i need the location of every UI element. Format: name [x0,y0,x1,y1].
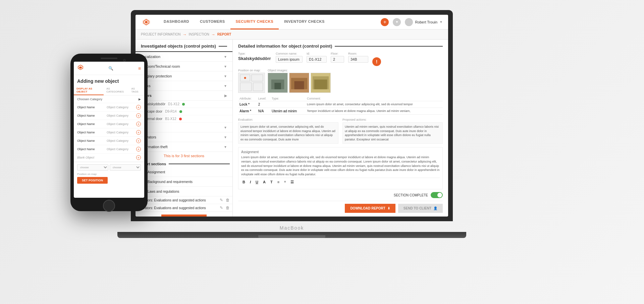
section-complete-toggle[interactable] [431,192,443,198]
phone-add-btn-1[interactable]: + [136,105,141,110]
phone-select-2[interactable]: choose [110,164,141,171]
breadcrumb-step-2[interactable]: INSPECTION [189,33,209,36]
toolbar-underline[interactable]: U [254,179,260,185]
room-input[interactable]: 34B [348,56,368,63]
svg-rect-14 [294,81,304,89]
common-name-input[interactable]: Lorem ipsum [276,56,303,63]
user-info: Robert Trouin ▼ [405,18,443,26]
attr1-name: Lock * [238,101,257,108]
phone-add-btn-5[interactable]: + [136,138,141,143]
phone-tabs: DISPLAY AS OBJECT AS CATEGORIES AS TAGS [74,86,144,96]
add-section-button[interactable]: ADD SECTION [161,215,207,217]
toolbar-italic[interactable]: I [249,179,252,185]
door2-code: D9-R14 [165,110,176,113]
phone-home-button[interactable] [103,200,115,212]
phone-add-btn-4[interactable]: + [136,130,141,135]
user-name: Robert Trouin [415,20,437,24]
download-report-button[interactable]: DOWNLOAD REPORT ⬇ [345,204,395,213]
phone-list-item-5[interactable]: Object Name Object Category + [74,137,144,145]
floor-label: Floor: [331,52,344,55]
door-item-1[interactable]: Skalskyddsdör D1-X12 [138,101,232,108]
report-row-5[interactable]: Elevators: Evaluations and suggested act… [136,204,232,212]
phone-list-item-2[interactable]: Object Name Object Category + [74,112,144,120]
report-row-1[interactable]: ✓ Assignment [136,167,232,177]
attr-header-comment: Comment: [306,96,443,101]
phone-add-btn-2[interactable]: + [136,113,141,118]
dropdown-locks[interactable]: Locks ▼ [136,81,232,91]
user-avatar [405,18,413,26]
user-chevron-icon[interactable]: ▼ [439,20,443,24]
breadcrumb-step-1[interactable]: PROJECT INFORMATION [141,33,181,36]
delete-icon-4[interactable]: 🗑 [226,198,230,202]
door-item-2[interactable]: Escape door D9-R14 [138,108,232,115]
report-row-3-name: Laws and regulations [148,190,230,193]
type-value: Skalskyddsdörr [238,56,272,61]
dropdown-tv[interactable]: TV ▼ [136,123,232,132]
assignment-text[interactable]: Lorem ipsum dolor sit amet, consectetur … [241,155,440,176]
phone-list-item-7[interactable]: Blank Object + [74,154,144,162]
right-panel-title: Detailed information for object (control… [238,44,443,49]
phone-obj-name-6: Object Name [77,147,105,151]
phone-list-item-3[interactable]: Object Name Object Category + [74,120,144,128]
proposed-text[interactable]: Utenim ad minim veniam, quis nostrud exe… [342,122,443,144]
phone-list-item-1[interactable]: Object Name Object Category + [74,103,144,112]
send-to-client-button[interactable]: SEND TO CLIENT 👤 [398,204,443,213]
phone-search-icon: 🔍 [108,66,113,71]
toolbar-font-t[interactable]: T [269,179,274,185]
floor-input[interactable]: 2 [331,56,344,63]
phone-tab-tags[interactable]: AS TAGS [129,86,145,95]
report-row-4[interactable]: Elevators: Evaluations and suggested act… [136,196,232,204]
proposed-label: Proposed actions: [342,118,443,121]
dropdown-info-theft[interactable]: Information theft ▼ [136,142,232,152]
dropdown-localization[interactable]: Localization ▼ [136,52,232,62]
phone-list-item-6[interactable]: Object Name Object Category + [74,145,144,154]
phone-list-item-4[interactable]: Object Name Object Category + [74,128,144,137]
toolbar-align-left[interactable]: ≡ [276,179,281,185]
evaluation-label: Evaluation: [238,118,338,121]
phone-obj-name-3: Object Name [77,122,105,126]
phone-category-row[interactable]: Choosen Category ▶ [74,96,144,103]
phone-add-btn-6[interactable]: + [136,147,141,151]
phone-add-btn-7[interactable]: + [136,155,141,160]
toolbar-bold[interactable]: B [241,179,247,185]
position-label: Position on map: [238,69,265,72]
attr2-comment: Tempor incididunt ut labore et dolore ma… [306,108,443,115]
dropdown-burglary[interactable]: Burglary protection ▼ [136,71,232,81]
dropdown-kkroom[interactable]: KKroom/Technical room ▼ [136,62,232,71]
toolbar-list[interactable]: ☰ [289,179,295,185]
phone-set-position-button[interactable]: SET POSITION [77,177,108,184]
report-row-2[interactable]: ✓ Background and requirements [136,177,232,187]
door-item-3[interactable]: Internal door B1-X12 [138,115,232,123]
edit-icon-4[interactable]: ✎ [220,198,223,202]
door1-code: D1-X12 [168,102,179,106]
add-button[interactable]: + [381,18,389,26]
edit-icon-5[interactable]: ✎ [220,205,223,210]
delete-icon-5[interactable]: 🗑 [226,205,230,210]
breadcrumb-step-3[interactable]: REPORT [217,33,231,36]
toolbar-font-a[interactable]: A [262,179,267,185]
report-row-3[interactable]: ✓ Laws and regulations [136,187,232,196]
phone-select-1[interactable]: choose [77,164,108,171]
left-panel: Investigated objects (control points) Lo… [136,40,233,217]
nav-inventory-checks[interactable]: INVENTORY CHECKS [279,15,330,29]
nav-security-checks[interactable]: SECURITY CHECKS [230,15,279,29]
nav-customers[interactable]: CUSTOMERS [195,15,230,29]
id-input[interactable]: D1-X12 [307,56,327,63]
dropdown-elevators[interactable]: Elevators ▼ [136,132,232,142]
phone-tab-display[interactable]: DISPLAY AS OBJECT [74,86,104,95]
eval-proposed-row: Evaluation: Lorem ipsum dolor sit amet, … [238,118,443,144]
nav-dashboard[interactable]: DASHBOARD [158,15,195,29]
dropdown-button[interactable]: ▼ [393,18,401,26]
phone-menu-icon[interactable]: ≡ [138,66,141,71]
door3-code: B1-X12 [165,117,176,121]
phone-tab-categories[interactable]: AS CATEGORIES [104,86,128,95]
phone-add-btn-3[interactable]: + [136,122,141,126]
left-panel-title: Investigated objects (control points) [136,40,232,52]
evaluation-text[interactable]: Lorem ipsum dolor sit amet, consectetur … [238,122,338,144]
object-image-1 [268,73,288,93]
toolbar-align-right[interactable]: ≡ [283,179,287,185]
report-row-1-name: Assignment [148,170,230,174]
section-complete-row: SECTION COMPLETE [238,192,443,198]
section-link-top[interactable]: This is for 3 first sections [136,152,232,160]
dropdown-doors[interactable]: Doors ▶ [136,91,232,101]
